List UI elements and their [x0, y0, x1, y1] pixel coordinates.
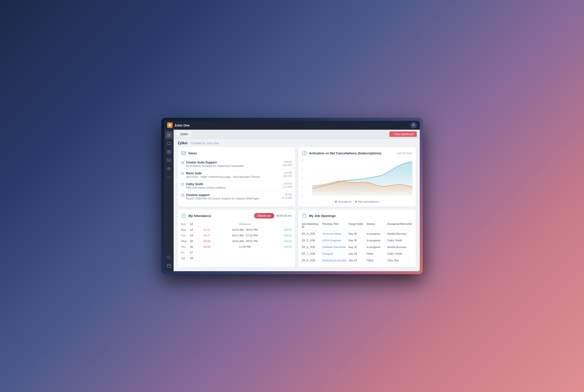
attendance-row: Fri 17 — [181, 250, 292, 256]
svg-point-15 — [170, 177, 171, 178]
sidebar-item-calendar[interactable] — [165, 262, 173, 270]
att-extra: +02:51 — [261, 228, 292, 231]
inbox-meta: 578 KB 3:45 PM — [283, 161, 292, 167]
checkout-button[interactable]: Check-out — [254, 213, 274, 218]
attendance-table: Sun 12 Weekend Mon 13 -01:01 10:01 AM - … — [181, 222, 292, 261]
svg-point-14 — [169, 177, 169, 178]
inbox-envelope-icon — [181, 161, 184, 165]
att-date: 14 — [190, 234, 197, 237]
att-time: 10:01 AM - 08:51 PM — [229, 240, 260, 242]
job-status: In-progress — [367, 232, 386, 235]
sidebar — [164, 130, 174, 271]
top-bar-right — [410, 122, 417, 128]
legend-dot-activations — [335, 201, 337, 203]
svg-rect-17 — [167, 264, 171, 268]
sidebar-item-home[interactable] — [165, 131, 173, 139]
svg-point-16 — [168, 256, 170, 258]
tab-bar: Zylker + New dashboard — [174, 130, 420, 138]
svg-rect-8 — [167, 152, 169, 154]
inbox-size: 578 KB — [284, 161, 292, 164]
tab-zylker[interactable]: Zylker — [177, 131, 192, 137]
job-recruiter: John Doe — [387, 259, 413, 262]
svg-point-13 — [167, 177, 168, 178]
legend-dot-cancellations — [355, 201, 357, 203]
col-id: Job Opening ID — [302, 222, 321, 228]
sidebar-item-search[interactable] — [165, 254, 173, 261]
job-status: Filled — [367, 252, 386, 255]
inbox-item[interactable]: Creator Suite Support Re:[#24042] Templa… — [181, 159, 292, 170]
job-table: Job Opening ID Posting Title Target Date… — [302, 222, 412, 264]
inbox-envelope-icon — [181, 183, 184, 186]
att-deficit: -03:00 — [198, 245, 228, 248]
attendance-row: Sun 12 Weekend — [181, 222, 292, 227]
job-title[interactable]: Marketing Executive — [322, 259, 347, 262]
inbox-icon — [181, 150, 186, 156]
chart-y-labels: 8 6 4 2 0 — [302, 159, 303, 198]
attendance-row: Wed 15 -04:00 10:01 AM - 08:51 PM +02:51 — [181, 238, 292, 244]
svg-point-12 — [168, 168, 170, 169]
inbox-title: Inbox — [188, 152, 197, 155]
attendance-icon — [181, 213, 186, 218]
main-layout: Zylker + New dashboard Zylker – Created … — [164, 130, 420, 271]
job-table-row: ZR_8_JOB Marketing Executive July 28 Fil… — [302, 257, 412, 264]
attendance-row: Thu 16 -03:00 11:00 PM +02:51 — [181, 244, 292, 250]
inbox-item[interactable]: Creative support Re:[## 73605189 ##] Sea… — [181, 191, 292, 202]
inbox-meta: 123 KB 2:08 PM — [283, 172, 292, 178]
jobs-widget: My Job Openings Job Opening ID Posting T… — [298, 210, 416, 267]
svg-rect-30 — [303, 215, 306, 218]
legend-activations-label: Activations — [338, 200, 351, 203]
att-date: 17 — [190, 251, 197, 254]
att-date: 12 — [190, 223, 197, 226]
chart-title: Activation vs Net Cancellations (Subscri… — [309, 152, 381, 155]
inbox-sender: Mario Jude — [186, 172, 281, 175]
inbox-time: 2:08 PM — [283, 175, 292, 178]
att-deficit: -04:00 — [198, 240, 228, 242]
sidebar-item-eye[interactable] — [165, 165, 173, 172]
job-date: Sep 30 — [348, 239, 366, 242]
sidebar-item-messages[interactable] — [165, 140, 173, 148]
page-subtitle: – Created by John Doe — [189, 142, 219, 145]
svg-rect-1 — [168, 134, 169, 135]
profile-icon[interactable] — [410, 122, 417, 128]
content-area: Zylker + New dashboard Zylker – Created … — [174, 130, 420, 271]
new-dashboard-button[interactable]: + New dashboard — [389, 132, 417, 137]
inbox-subject: FAQ and review schema addition — [186, 186, 281, 189]
inbox-envelope-icon — [181, 172, 184, 176]
sidebar-item-analytics[interactable] — [165, 148, 173, 156]
inbox-widget: Inbox Creator Suite Support Re:[#24042] … — [178, 147, 295, 206]
attendance-row: Mon 13 -01:01 10:01 AM - 08:51 PM +02:51 — [181, 227, 292, 233]
att-day: Tue — [181, 234, 189, 237]
svg-rect-21 — [181, 184, 184, 186]
inbox-size: 98 KB — [285, 193, 292, 196]
job-title[interactable]: Technical Writer — [322, 232, 347, 235]
att-deficit: -00:27 — [198, 234, 228, 237]
app-logo: Zoho One — [167, 122, 190, 128]
inbox-meta: 374 KB 1:12 PM — [283, 182, 292, 188]
col-title: Posting Title — [322, 222, 347, 228]
inbox-item[interactable]: Cathy Smith FAQ and review schema additi… — [181, 180, 292, 191]
att-day: Sun — [181, 223, 189, 226]
job-table-row: ZR_6_JOB Software Developer Aug 25 In-pr… — [302, 244, 412, 250]
inbox-subject: Re:[#24042] Template for September Newsl… — [186, 164, 281, 168]
jobs-title: My Job Openings — [309, 214, 336, 218]
job-title[interactable]: UI/UX Engineer — [322, 239, 347, 242]
att-day: Mon — [181, 228, 189, 231]
inbox-meta: 98 KB 11:15 AM — [281, 193, 292, 199]
inbox-header: Inbox — [181, 150, 292, 156]
inbox-size: 123 KB — [284, 172, 292, 174]
inbox-subject: SEO fixes - Video conferencing page - Se… — [186, 175, 281, 178]
job-title[interactable]: Designer — [322, 252, 347, 255]
inbox-item[interactable]: Mario Jude SEO fixes - Video conferencin… — [181, 170, 292, 180]
sidebar-item-mail[interactable] — [165, 156, 173, 164]
svg-rect-22 — [181, 194, 184, 196]
inbox-time: 1:12 PM — [283, 186, 292, 188]
att-day: Sat — [181, 257, 189, 260]
job-title[interactable]: Software Developer — [322, 246, 347, 248]
sidebar-item-more[interactable] — [165, 173, 173, 181]
attendance-duration: 00:44:30 Hrs — [276, 214, 292, 217]
attendance-title: My Attendance — [188, 214, 211, 218]
dashboard-grid: Inbox Creator Suite Support Re:[#24042] … — [174, 147, 420, 271]
att-day: Wed — [181, 240, 189, 242]
laptop-screen: Zoho One — [161, 118, 423, 274]
job-status: In-progress — [367, 246, 386, 248]
